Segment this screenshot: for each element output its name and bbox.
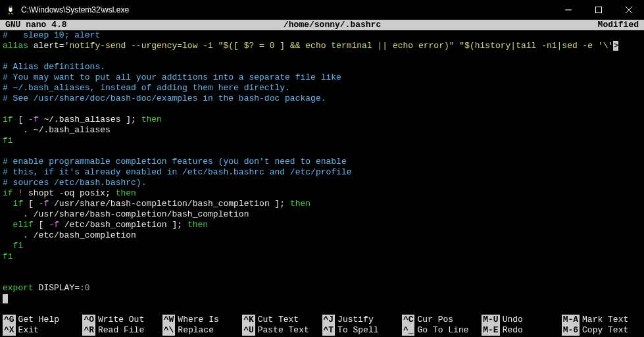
code-line	[3, 51, 641, 62]
shortcut-label: Get Help	[18, 315, 59, 325]
nano-file: /home/sonny/.bashrc	[67, 20, 598, 30]
editor-area[interactable]: # sleep 10; alertalias alert='notify-sen…	[0, 30, 644, 304]
shortcut-label: Mark Text	[582, 315, 628, 325]
svg-rect-5	[596, 7, 602, 13]
code-line	[3, 104, 641, 115]
code-line: # enable programmable completion feature…	[3, 157, 641, 167]
maximize-button[interactable]	[583, 0, 614, 20]
code-line: # You may want to put all your additions…	[3, 72, 641, 83]
shortcut-key: ^R	[82, 325, 95, 336]
code-line: if [ -f ~/.bash_aliases ]; then	[3, 115, 641, 125]
code-line: # this, if it's already enabled in /etc/…	[3, 167, 641, 178]
shortcut-label: Exit	[18, 325, 39, 336]
shortcut-key: ^J	[322, 315, 335, 325]
code-line: elif [ -f /etc/bash_completion ]; then	[3, 220, 641, 230]
shortcut: ^OWrite Out	[82, 315, 162, 325]
shortcut-label: Where Is	[178, 315, 218, 325]
window-title: C:\Windows\System32\wsl.exe	[21, 5, 553, 14]
nano-status: Modified	[598, 20, 644, 30]
shortcut-key: M-U	[482, 315, 499, 325]
code-line: fi	[3, 251, 641, 262]
shortcut-label: Go To Line	[417, 325, 468, 336]
shortcut: ^UPaste Text	[242, 325, 322, 336]
shortcut-key: ^W	[162, 315, 176, 325]
shortcut-label: Cut Text	[258, 315, 299, 325]
nano-header: GNU nano 4.8 /home/sonny/.bashrc Modifie…	[0, 20, 644, 30]
shortcut: ^TTo Spell	[322, 325, 402, 336]
shortcut: ^KCut Text	[242, 315, 322, 325]
code-line: alias alert='notify-send --urgency=low -…	[3, 41, 641, 51]
shortcut-key: M-A	[562, 315, 580, 325]
shortcut-label: Replace	[178, 325, 214, 336]
code-line: # sleep 10; alert	[3, 30, 641, 41]
shortcut-key: M-6	[562, 325, 580, 336]
shortcut: ^GGet Help	[3, 315, 82, 325]
code-line: export DISPLAY=:0	[3, 283, 641, 294]
minimize-button[interactable]	[553, 0, 583, 20]
shortcut: M-UUndo	[482, 315, 561, 325]
shortcut-key: M-E	[482, 325, 499, 336]
shortcut-label: Copy Text	[582, 325, 628, 336]
shortcut: ^XExit	[3, 325, 82, 336]
code-line	[3, 272, 641, 283]
shortcut: ^RRead File	[82, 325, 162, 336]
shortcut-key: ^C	[402, 315, 415, 325]
shortcut-key: ^T	[322, 325, 335, 336]
penguin-icon	[5, 5, 16, 15]
shortcut-bar: ^GGet Help^OWrite Out^WWhere Is^KCut Tex…	[0, 315, 644, 337]
svg-point-2	[9, 7, 11, 9]
shortcut-key: ^U	[242, 325, 255, 336]
svg-point-3	[11, 7, 12, 9]
shortcut-key: ^X	[3, 325, 16, 336]
close-button[interactable]	[614, 0, 644, 20]
code-line: # ~/.bash_aliases, instead of adding the…	[3, 83, 641, 93]
code-line	[3, 262, 641, 272]
code-line: . ~/.bash_aliases	[3, 125, 641, 136]
code-line: fi	[3, 241, 641, 251]
shortcut: ^\Replace	[162, 325, 242, 336]
cursor	[3, 294, 8, 303]
shortcut-label: Read File	[98, 325, 144, 336]
shortcut: M-6Copy Text	[562, 325, 641, 336]
shortcut-label: To Spell	[337, 325, 378, 336]
window-titlebar: C:\Windows\System32\wsl.exe	[0, 0, 644, 20]
code-line	[3, 146, 641, 157]
shortcut-key: ^G	[3, 315, 16, 325]
shortcut-label: Cur Pos	[417, 315, 453, 325]
shortcut-label: Paste Text	[258, 325, 309, 336]
shortcut: ^JJustify	[322, 315, 402, 325]
code-line: # sources /etc/bash.bashrc).	[3, 178, 641, 188]
code-line: if [ -f /usr/share/bash-completion/bash_…	[3, 199, 641, 209]
code-line: if ! shopt -oq posix; then	[3, 188, 641, 199]
shortcut: ^_Go To Line	[402, 325, 482, 336]
shortcut: M-ERedo	[482, 325, 561, 336]
shortcut: ^CCur Pos	[402, 315, 482, 325]
shortcut-label: Justify	[337, 315, 374, 325]
shortcut-key: ^O	[82, 315, 95, 325]
window-controls	[553, 0, 644, 20]
code-line: # See /usr/share/doc/bash-doc/examples i…	[3, 93, 641, 104]
shortcut-key: ^_	[402, 325, 415, 336]
nano-version: GNU nano 4.8	[0, 20, 67, 30]
shortcut-label: Write Out	[98, 315, 144, 325]
shortcut-key: ^\	[162, 325, 176, 336]
code-line: fi	[3, 136, 641, 146]
shortcut-key: ^K	[242, 315, 255, 325]
code-line: . /usr/share/bash-completion/bash_comple…	[3, 209, 641, 220]
shortcut-label: Undo	[503, 315, 523, 325]
code-line: . /etc/bash_completion	[3, 230, 641, 241]
shortcut: ^WWhere Is	[162, 315, 242, 325]
shortcut: M-AMark Text	[562, 315, 641, 325]
code-line: # Alias definitions.	[3, 62, 641, 72]
shortcut-label: Redo	[503, 325, 523, 336]
